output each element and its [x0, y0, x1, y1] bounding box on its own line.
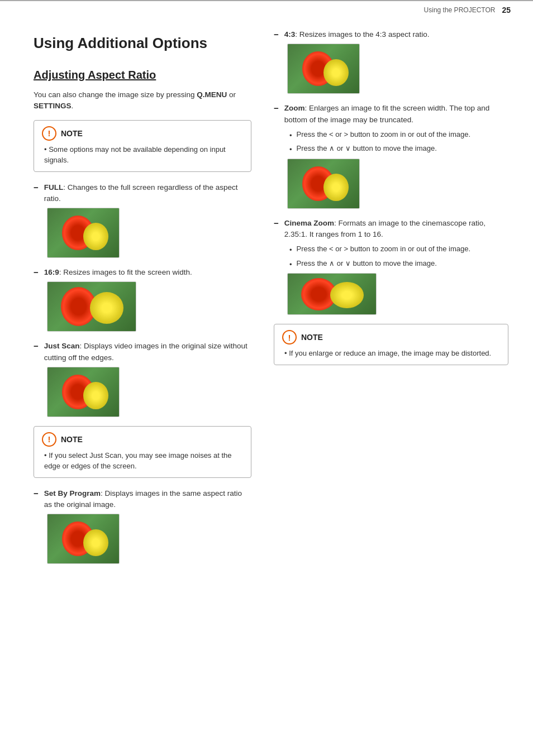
item-4-3-text: 4:3: Resizes images to the 4:3 aspect ra… [284, 29, 430, 40]
zoom-bullet-text-2: Press the ∧ or ∨ button to move the imag… [297, 143, 437, 154]
note-text-3: • If you enlarge or reduce an image, the… [284, 348, 500, 359]
note-box-3: ! NOTE • If you enlarge or reduce an ima… [274, 324, 508, 365]
item-4-3-dash: − [274, 30, 279, 39]
item-set-by-program: − Set By Program: Displays images in the… [34, 488, 251, 564]
intro-text: You can also change the image size by pr… [34, 89, 251, 112]
zoom-bullet-list: • Press the < or > button to zoom in or … [289, 129, 508, 155]
intro-bold2: SETTINGS [34, 102, 72, 110]
note-label-2: NOTE [61, 435, 83, 444]
note-label-3: NOTE [301, 333, 323, 342]
zoom-bullet-1: • Press the < or > button to zoom in or … [289, 129, 508, 141]
item-full-text: FULL: Changes to the full screen regardl… [44, 182, 251, 205]
item-cinema-zoom-header: − Cinema Zoom: Formats an image to the c… [274, 218, 508, 241]
item-full-dash: − [34, 183, 39, 192]
item-4-3-header: − 4:3: Resizes images to the 4:3 aspect … [274, 29, 508, 40]
item-zoom: − Zoom: Enlarges an image to fit the scr… [274, 103, 508, 209]
item-zoom-image [287, 159, 360, 209]
zoom-bullet-text-1: Press the < or > button to zoom in or ou… [297, 129, 470, 140]
item-just-scan-dash: − [34, 341, 39, 351]
item-cinema-zoom: − Cinema Zoom: Formats an image to the c… [274, 218, 508, 315]
intro-end: . [72, 102, 74, 110]
note-header-2: ! NOTE [42, 432, 243, 447]
zoom-bullet-2: • Press the ∧ or ∨ button to move the im… [289, 143, 508, 155]
item-just-scan-header: − Just Scan: Displays video images in th… [34, 341, 251, 363]
intro-or: or [227, 90, 236, 99]
item-set-by-program-image [47, 514, 120, 564]
header-page-num: 25 [502, 6, 511, 15]
cinema-zoom-bullet-list: • Press the < or > button to zoom in or … [289, 243, 508, 270]
right-column: − 4:3: Resizes images to the 4:3 aspect … [268, 29, 508, 573]
cinema-zoom-bullet-dot-1: • [289, 245, 292, 256]
item-set-by-program-dash: − [34, 489, 39, 498]
note-icon-3: ! [282, 330, 297, 344]
item-16-9-dash: − [34, 267, 39, 277]
item-16-9: − 16:9: Resizes images to fit the screen… [34, 267, 251, 332]
item-full-image [47, 208, 120, 258]
note-icon-2: ! [42, 432, 56, 447]
note-label-1: NOTE [61, 129, 83, 138]
intro-text-part1: You can also change the image size by pr… [34, 90, 197, 99]
cinema-zoom-bullet-dot-2: • [289, 259, 292, 270]
section-title: Adjusting Aspect Ratio [34, 69, 251, 82]
item-zoom-text: Zoom: Enlarges an image to fit the scree… [284, 103, 508, 126]
note-icon-1: ! [42, 126, 56, 141]
item-zoom-header: − Zoom: Enlarges an image to fit the scr… [274, 103, 508, 126]
header-title: Using the PROJECTOR [424, 6, 496, 14]
note-bullet-2: • [44, 451, 49, 460]
note-text-1: • Some options may not be available depe… [44, 144, 243, 166]
note-header-3: ! NOTE [282, 330, 500, 344]
cinema-zoom-bullet-1: • Press the < or > button to zoom in or … [289, 243, 508, 256]
header-bar: Using the PROJECTOR 25 [0, 0, 533, 18]
cinema-zoom-bullet-2: • Press the ∧ or ∨ button to move the im… [289, 258, 508, 270]
item-just-scan-text: Just Scan: Displays video images in the … [44, 341, 251, 363]
item-just-scan: − Just Scan: Displays video images in th… [34, 341, 251, 417]
cinema-zoom-bullet-text-2: Press the ∧ or ∨ button to move the imag… [297, 258, 437, 269]
main-title: Using Additional Options [34, 35, 251, 52]
cinema-zoom-bullet-text-1: Press the < or > button to zoom in or ou… [297, 243, 470, 255]
note-bullet-1: • [44, 145, 49, 154]
item-4-3: − 4:3: Resizes images to the 4:3 aspect … [274, 29, 508, 94]
item-full-header: − FULL: Changes to the full screen regar… [34, 182, 251, 205]
item-cinema-zoom-text: Cinema Zoom: Formats an image to the cin… [284, 218, 508, 241]
zoom-bullet-dot-2: • [289, 144, 292, 155]
item-set-by-program-header: − Set By Program: Displays images in the… [34, 488, 251, 511]
note-header-1: ! NOTE [42, 126, 243, 141]
item-16-9-text: 16:9: Resizes images to fit the screen w… [44, 267, 192, 278]
left-column: Using Additional Options Adjusting Aspec… [34, 29, 268, 573]
page-container: Using the PROJECTOR 25 Using Additional … [0, 0, 533, 756]
item-set-by-program-text: Set By Program: Displays images in the s… [44, 488, 251, 511]
item-full: − FULL: Changes to the full screen regar… [34, 182, 251, 259]
note-bullet-3: • [284, 349, 289, 357]
note-box-2: ! NOTE • If you select Just Scan, you ma… [34, 426, 251, 478]
item-cinema-zoom-dash: − [274, 218, 279, 228]
note-box-1: ! NOTE • Some options may not be availab… [34, 120, 251, 172]
item-cinema-zoom-image [287, 273, 377, 315]
note-text-2: • If you select Just Scan, you may see i… [44, 450, 243, 472]
item-just-scan-image [47, 367, 120, 417]
zoom-bullet-dot-1: • [289, 130, 292, 141]
item-16-9-header: − 16:9: Resizes images to fit the screen… [34, 267, 251, 278]
item-4-3-image [287, 44, 360, 94]
item-zoom-dash: − [274, 103, 279, 113]
intro-bold1: Q.MENU [197, 90, 227, 99]
item-16-9-image [47, 281, 136, 332]
content-area: Using Additional Options Adjusting Aspec… [0, 18, 533, 595]
